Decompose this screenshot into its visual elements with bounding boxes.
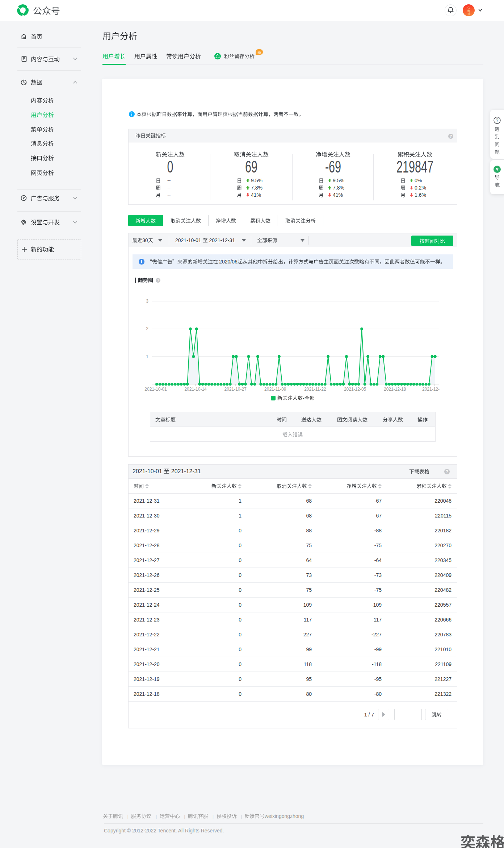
svg-text:2021-12-18: 2021-12-18 xyxy=(384,387,406,392)
svg-text:2021-11-22: 2021-11-22 xyxy=(304,387,326,392)
svg-text:?: ? xyxy=(157,278,159,282)
svg-text:?: ? xyxy=(496,118,499,123)
svg-text:?: ? xyxy=(446,469,448,474)
svg-text:2021-10-01: 2021-10-01 xyxy=(144,387,167,392)
svg-text:2021-10-27: 2021-10-27 xyxy=(224,387,247,392)
svg-text:3: 3 xyxy=(146,299,148,304)
svg-text:2021-12-05: 2021-12-05 xyxy=(344,387,366,392)
svg-text:2021-10-14: 2021-10-14 xyxy=(184,387,207,392)
svg-text:2021-11-09: 2021-11-09 xyxy=(264,387,286,392)
svg-text:2021-12-: 2021-12- xyxy=(422,387,440,392)
svg-text:1: 1 xyxy=(146,354,148,359)
svg-text:?: ? xyxy=(450,134,452,138)
svg-text:2: 2 xyxy=(146,326,148,331)
